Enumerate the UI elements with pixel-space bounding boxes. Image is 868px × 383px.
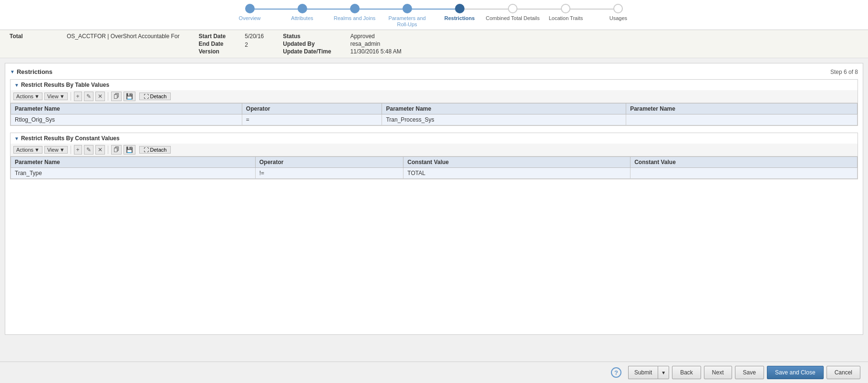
table-export-button[interactable]: 💾 xyxy=(124,92,135,101)
tv-col3-header: Parameter Name xyxy=(382,104,626,114)
tv-col1-header: Parameter Name xyxy=(11,104,242,114)
step-label-realms: Realms and Joins xyxy=(334,15,375,21)
constant-values-collapse-arrow[interactable]: ▼ xyxy=(14,136,19,141)
end-date-row: End Date xyxy=(199,41,226,47)
const-actions-button[interactable]: Actions ▼ xyxy=(13,146,42,154)
table-values-header-row: Parameter Name Operator Parameter Name P… xyxy=(11,104,858,114)
cv-row1-col2: != xyxy=(255,168,403,179)
table-toolbar-sep1 xyxy=(71,92,71,101)
meta-group: Start Date End Date Version 5/20/16 2 St… xyxy=(199,33,858,55)
save-and-close-button[interactable]: Save and Close xyxy=(767,366,824,379)
end-date-label: End Date xyxy=(199,41,224,47)
tv-row1-col1: Rtlog_Orig_Sys xyxy=(11,114,242,125)
const-actions-chevron-icon: ▼ xyxy=(34,147,40,153)
start-date-label: Start Date xyxy=(199,33,226,40)
restrictions-collapse-arrow[interactable]: ▼ xyxy=(10,69,15,74)
cv-row1-col1: Tran_Type xyxy=(11,168,256,179)
help-icon[interactable]: ? xyxy=(611,367,621,378)
const-view-chevron-icon: ▼ xyxy=(60,147,65,153)
cv-col3-header: Constant Value xyxy=(403,157,630,168)
next-button[interactable]: Next xyxy=(704,366,732,379)
step-label-location: Location Traits xyxy=(549,15,583,21)
step-label-combined: Combined Total Details xyxy=(486,15,540,21)
const-detach-label: Detach xyxy=(150,147,167,153)
status-group: Status Updated By Update Date/Time xyxy=(283,33,331,55)
table-view-button[interactable]: View ▼ xyxy=(44,93,68,100)
table-values-table: Parameter Name Operator Parameter Name P… xyxy=(10,103,858,125)
detach-icon-table: ⛶ xyxy=(144,93,149,99)
submit-dropdown-button[interactable]: ▼ xyxy=(658,366,669,379)
tv-col2-header: Operator xyxy=(242,104,382,114)
back-button[interactable]: Back xyxy=(672,366,701,379)
step-label-overview: Overview xyxy=(239,15,261,21)
footer-bar: ? Submit ▼ Back Next Save Save and Close… xyxy=(0,362,868,383)
wizard-step-realms[interactable]: Realms and Joins xyxy=(329,4,381,21)
wizard-steps: Overview Attributes Realms and Joins Par… xyxy=(224,4,645,28)
table-values-title: ▼ Restrict Results By Table Values xyxy=(10,80,858,90)
step-circle-attributes xyxy=(298,4,307,13)
info-bar: Total OS_ACCTFOR | OverShort Accountable… xyxy=(0,30,868,58)
table-values-toolbar: Actions ▼ View ▼ + ✎ ✕ 🗍 💾 ⛶ Detach xyxy=(10,90,858,103)
const-add-button[interactable]: + xyxy=(74,145,82,155)
table-row: Rtlog_Orig_Sys = Tran_Process_Sys xyxy=(11,114,858,125)
table-view-label: View xyxy=(47,93,59,99)
total-label: Total xyxy=(10,33,48,40)
constant-values-toolbar: Actions ▼ View ▼ + ✎ ✕ 🗍 💾 ⛶ Detach xyxy=(10,144,858,156)
step-circle-params xyxy=(403,4,412,13)
submit-group: Submit ▼ xyxy=(628,366,669,379)
cv-col1-header: Parameter Name xyxy=(11,157,256,168)
table-detach-label: Detach xyxy=(150,93,167,99)
cancel-button[interactable]: Cancel xyxy=(827,366,860,379)
table-actions-label: Actions xyxy=(16,93,33,99)
start-date-value: 5/20/16 xyxy=(245,33,264,40)
constant-values-table: Parameter Name Operator Constant Value C… xyxy=(10,156,858,179)
const-view-label: View xyxy=(47,147,59,153)
submit-button[interactable]: Submit xyxy=(628,366,658,379)
step-label-attributes: Attributes xyxy=(291,15,313,21)
step-label-params: Parameters and Roll-Ups xyxy=(383,15,431,28)
status-value: Approved xyxy=(350,33,374,40)
table-values-collapse-arrow[interactable]: ▼ xyxy=(14,83,19,88)
table-actions-button[interactable]: Actions ▼ xyxy=(13,93,42,100)
table-detach-button[interactable]: ⛶ Detach xyxy=(139,93,171,100)
const-edit-button[interactable]: ✎ xyxy=(84,145,93,155)
wizard-step-params[interactable]: Parameters and Roll-Ups xyxy=(381,4,434,28)
version-value: 2 xyxy=(245,41,248,48)
save-button[interactable]: Save xyxy=(735,366,764,379)
wizard-step-restrictions[interactable]: Restrictions xyxy=(434,4,486,21)
restrictions-section-header: ▼ Restrictions Step 6 of 8 xyxy=(10,68,858,75)
const-toolbar-sep1 xyxy=(71,145,71,154)
start-date-row: Start Date xyxy=(199,33,226,40)
step-circle-location xyxy=(561,4,570,13)
wizard-step-usages[interactable]: Usages xyxy=(592,4,644,21)
constant-values-title-text: Restrict Results By Constant Values xyxy=(21,135,120,142)
wizard-step-location[interactable]: Location Traits xyxy=(539,4,592,21)
update-datetime-label: Update Date/Time xyxy=(283,48,331,55)
table-delete-button[interactable]: ✕ xyxy=(95,92,105,101)
const-view-button[interactable]: View ▼ xyxy=(44,146,68,154)
step-circle-restrictions xyxy=(455,4,465,13)
const-delete-button[interactable]: ✕ xyxy=(95,145,105,155)
tv-col4-header: Parameter Name xyxy=(626,104,858,114)
step-circle-usages xyxy=(613,4,623,13)
updated-by-label: Updated By xyxy=(283,41,315,47)
table-edit-button[interactable]: ✎ xyxy=(84,92,93,101)
wizard-step-attributes[interactable]: Attributes xyxy=(276,4,329,21)
status-values-group: Approved resa_admin 11/30/2016 5:48 AM xyxy=(350,33,426,55)
const-detach-button[interactable]: ⛶ Detach xyxy=(139,146,171,154)
main-content: ▼ Restrictions Step 6 of 8 ▼ Restrict Re… xyxy=(5,63,863,335)
table-add-button[interactable]: + xyxy=(74,92,82,101)
const-export-button[interactable]: 💾 xyxy=(124,145,135,155)
version-label: Version xyxy=(199,48,219,55)
table-view-chevron-icon: ▼ xyxy=(60,93,65,99)
tv-row1-col3: Tran_Process_Sys xyxy=(382,114,626,125)
wizard-step-combined[interactable]: Combined Total Details xyxy=(486,4,540,21)
wizard-step-overview[interactable]: Overview xyxy=(224,4,276,21)
const-actions-label: Actions xyxy=(16,147,33,153)
updated-by-value: resa_admin xyxy=(350,41,380,47)
tv-row1-col4 xyxy=(626,114,858,125)
table-copy-button[interactable]: 🗍 xyxy=(111,92,122,101)
const-copy-button[interactable]: 🗍 xyxy=(111,145,122,155)
tv-row1-col2: = xyxy=(242,114,382,125)
cv-col4-header: Constant Value xyxy=(630,157,858,168)
